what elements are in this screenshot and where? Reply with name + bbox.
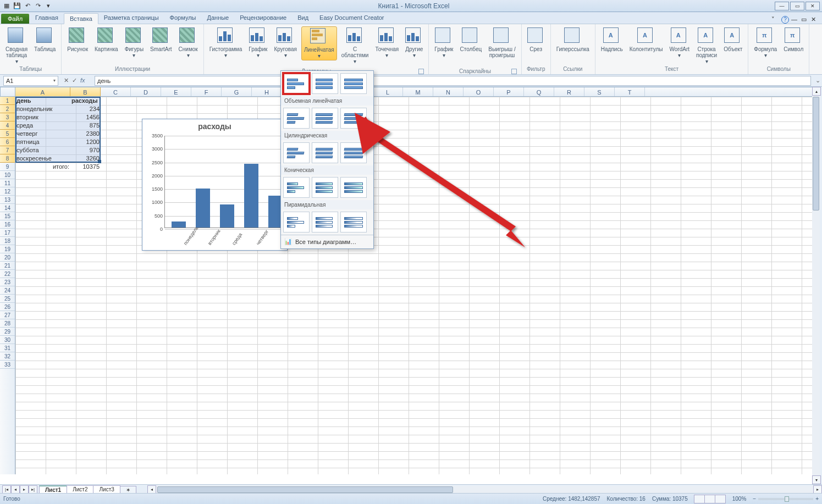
ribbon-tab-1[interactable]: Вставка: [64, 13, 98, 24]
zoom-track[interactable]: [758, 498, 813, 500]
col-header-S[interactable]: S: [584, 87, 615, 96]
ribbon-btn-Колонтитулы[interactable]: AКолонтитулы: [627, 26, 665, 53]
ribbon-btn-Столбец[interactable]: Столбец: [457, 26, 484, 53]
ribbon-tab-3[interactable]: Формулы: [164, 13, 202, 24]
cell-r3-c1[interactable]: вторник: [15, 113, 70, 121]
cell-r5-c1[interactable]: четверг: [15, 130, 70, 138]
cell-r4-c1[interactable]: среда: [15, 121, 70, 130]
cells-area[interactable]: деньрасходыпонедельник234вторник1456сред…: [15, 97, 812, 474]
ribbon-tab-2[interactable]: Разметка страницы: [98, 13, 164, 24]
row-header-16[interactable]: 16: [0, 220, 15, 229]
dialog-launcher[interactable]: [418, 69, 424, 74]
ribbon-btn-Строка-подписи[interactable]: AСтрокаподписи▾: [694, 26, 719, 65]
minimize-ribbon-icon[interactable]: ˅: [771, 16, 779, 24]
accept-formula-icon[interactable]: ✓: [72, 77, 77, 84]
scroll-up-button[interactable]: ▴: [812, 87, 821, 96]
col-header-C[interactable]: C: [101, 87, 131, 96]
row-header-30[interactable]: 30: [0, 336, 15, 344]
col-header-G[interactable]: G: [222, 87, 252, 96]
expand-formula-bar-icon[interactable]: ⌄: [813, 77, 822, 84]
row-header-19[interactable]: 19: [0, 245, 15, 253]
hscroll-thumb[interactable]: [157, 486, 453, 493]
zoom-in-button[interactable]: +: [815, 496, 819, 502]
ribbon-btn-WordArt[interactable]: AWordArt▾: [667, 26, 692, 59]
cell-r4-c2[interactable]: 875: [70, 121, 101, 130]
ribbon-btn-Формула[interactable]: πФормула▾: [752, 26, 779, 59]
bar-pyr-clustered[interactable]: [283, 212, 310, 232]
col-header-B[interactable]: B: [70, 87, 101, 96]
row-header-12[interactable]: 12: [0, 187, 15, 196]
bar-cone-stacked[interactable]: [312, 177, 338, 198]
cell-r7-c2[interactable]: 970: [70, 146, 101, 154]
row-header-8[interactable]: 8: [0, 154, 15, 163]
ribbon-tab-7[interactable]: Easy Document Creator: [314, 13, 389, 24]
ribbon-btn-Линейчатая[interactable]: Линейчатая▾: [301, 26, 337, 60]
zoom-slider[interactable]: − +: [753, 496, 819, 502]
col-header-H[interactable]: H: [252, 87, 282, 96]
chart-bar-2[interactable]: [220, 204, 234, 228]
ribbon-btn-Выигрыш-/-проигрыш[interactable]: Выигрыш /проигрыш: [486, 26, 517, 59]
cell-r8-c1[interactable]: воскресенье: [15, 154, 70, 163]
maximize-button[interactable]: ▭: [790, 2, 804, 10]
bar-cone-clustered[interactable]: [283, 177, 310, 198]
chart-bar-0[interactable]: [172, 221, 186, 228]
chart-bar-1[interactable]: [196, 189, 210, 228]
vscroll-thumb[interactable]: [813, 97, 819, 211]
ribbon-tab-5[interactable]: Рецензирование: [234, 13, 292, 24]
row-header-31[interactable]: 31: [0, 344, 15, 352]
col-header-M[interactable]: M: [403, 87, 433, 96]
qat-dropdown-icon[interactable]: ▾: [44, 2, 53, 10]
row-header-33[interactable]: 33: [0, 361, 15, 369]
row-header-6[interactable]: 6: [0, 138, 15, 146]
window-restore-icon[interactable]: ▭: [801, 16, 809, 24]
row-header-18[interactable]: 18: [0, 237, 15, 245]
row-header-23[interactable]: 23: [0, 278, 15, 286]
hscroll-track[interactable]: [156, 486, 813, 494]
col-header-N[interactable]: N: [433, 87, 464, 96]
bar-cyl-clustered[interactable]: [283, 142, 310, 163]
cell-r3-c2[interactable]: 1456: [70, 113, 101, 121]
view-page-layout-button[interactable]: [704, 495, 715, 503]
ribbon-btn-Срез[interactable]: Срез: [525, 26, 547, 53]
ribbon-tab-6[interactable]: Вид: [292, 13, 314, 24]
row-header-20[interactable]: 20: [0, 253, 15, 262]
cancel-formula-icon[interactable]: ✕: [64, 77, 69, 84]
cell-r2-c2[interactable]: 234: [70, 105, 101, 113]
row-header-21[interactable]: 21: [0, 262, 15, 270]
row-header-2[interactable]: 2: [0, 105, 15, 113]
col-header-F[interactable]: F: [191, 87, 222, 96]
row-header-26[interactable]: 26: [0, 303, 15, 311]
name-box[interactable]: A1 ▾: [3, 76, 58, 86]
ribbon-btn-Другие[interactable]: Другие▾: [403, 26, 425, 59]
vscroll-track[interactable]: [812, 96, 820, 475]
ribbon-btn-Символ[interactable]: πСимвол: [781, 26, 806, 53]
zoom-thumb[interactable]: [785, 496, 789, 502]
embedded-chart[interactable]: расходы 0500100015002000250030003500поне…: [142, 119, 288, 251]
bar-2d-clustered[interactable]: [283, 73, 310, 94]
ribbon-btn-Гистограмма[interactable]: Гистограмма▾: [207, 26, 245, 59]
row-header-13[interactable]: 13: [0, 196, 15, 204]
row-header-28[interactable]: 28: [0, 319, 15, 328]
row-header-15[interactable]: 15: [0, 212, 15, 220]
row-header-27[interactable]: 27: [0, 311, 15, 319]
col-header-Q[interactable]: Q: [524, 87, 554, 96]
ribbon-btn-Рисунок[interactable]: Рисунок: [65, 26, 90, 53]
all-chart-types[interactable]: 📊 Все типы диаграмм…: [281, 235, 373, 248]
name-box-dropdown-icon[interactable]: ▾: [53, 78, 56, 83]
bar-2d-100stacked[interactable]: [340, 73, 367, 94]
ribbon-btn-График[interactable]: График▾: [432, 26, 455, 59]
new-sheet-button[interactable]: ✶: [120, 486, 136, 494]
col-header-P[interactable]: P: [494, 87, 524, 96]
help-icon[interactable]: ?: [781, 16, 789, 24]
cell-r7-c1[interactable]: суббота: [15, 146, 70, 154]
cell-r6-c2[interactable]: 1200: [70, 138, 101, 146]
ribbon-btn-Снимок[interactable]: Снимок▾: [176, 26, 200, 59]
ribbon-btn-Сводная-таблица[interactable]: Своднаятаблица▾: [3, 26, 30, 65]
row-header-3[interactable]: 3: [0, 113, 15, 121]
row-header-9[interactable]: 9: [0, 163, 15, 171]
dialog-launcher[interactable]: [511, 69, 517, 74]
bar-3d-clustered[interactable]: [283, 108, 310, 129]
bar-3d-stacked[interactable]: [312, 108, 338, 129]
cell-r9-c1[interactable]: итого:: [15, 163, 70, 171]
row-header-10[interactable]: 10: [0, 171, 15, 179]
